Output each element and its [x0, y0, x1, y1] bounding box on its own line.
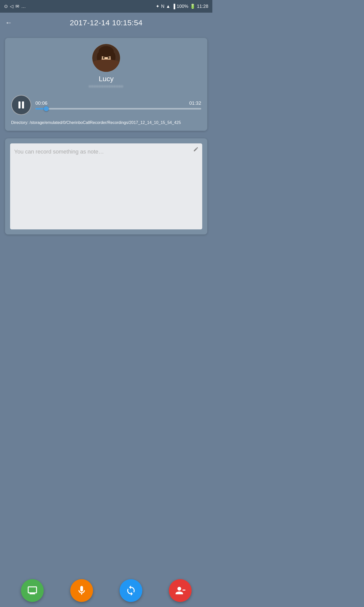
avatar: [92, 44, 120, 72]
bluetooth-icon: ✦: [156, 4, 160, 9]
notification-icon: ◁: [10, 4, 13, 9]
svg-point-6: [103, 57, 105, 59]
player-card: Lucy ************** 00:06 01:32 Di: [5, 38, 207, 131]
svg-rect-1: [103, 64, 109, 69]
total-time: 01:32: [189, 100, 201, 106]
notes-textarea-container[interactable]: You can record something as note…: [10, 143, 202, 229]
current-time: 00:06: [35, 100, 48, 106]
gmail-icon: ✉: [15, 4, 19, 9]
pause-icon: [18, 101, 24, 109]
notes-placeholder: You can record something as note…: [14, 147, 198, 155]
back-button[interactable]: ←: [5, 19, 12, 27]
more-icon: …: [21, 4, 26, 9]
notes-card: You can record something as note…: [5, 138, 207, 234]
time: 11:28: [197, 4, 208, 9]
progress-track[interactable]: [35, 108, 201, 110]
nfc-icon: N: [161, 4, 164, 9]
progress-section: 00:06 01:32: [35, 100, 201, 110]
settings-icon: ⊙: [4, 4, 8, 9]
time-row: 00:06 01:32: [35, 100, 201, 106]
status-icons-left: ⊙ ◁ ✉ …: [4, 4, 26, 9]
signal-icon: ▐: [172, 4, 175, 9]
avatar-image: [92, 44, 120, 72]
wifi-icon: ▲: [166, 4, 170, 9]
battery-icon: 🔋: [190, 4, 195, 9]
pause-bar-right: [22, 101, 24, 109]
avatar-container: [11, 44, 201, 72]
progress-thumb[interactable]: [44, 106, 49, 111]
contact-name: Lucy: [11, 75, 201, 83]
pause-button[interactable]: [11, 95, 31, 115]
battery-percent: 100%: [177, 4, 188, 9]
status-bar: ⊙ ◁ ✉ … ✦ N ▲ ▐ 100% 🔋 11:28: [0, 0, 212, 13]
svg-point-8: [101, 59, 104, 61]
header: ← 2017-12-14 10:15:54: [0, 13, 212, 33]
content-area: Lucy ************** 00:06 01:32 Di: [0, 33, 212, 275]
directory-path: Directory: /storage/emulated/0/CherinboC…: [11, 120, 201, 126]
page-title: 2017-12-14 10:15:54: [70, 18, 143, 27]
pause-bar-left: [18, 101, 20, 109]
status-icons-right: ✦ N ▲ ▐ 100% 🔋 11:28: [156, 4, 208, 9]
svg-point-7: [108, 57, 110, 59]
phone-number: **************: [11, 84, 201, 90]
player-controls: 00:06 01:32: [11, 95, 201, 115]
svg-point-4: [97, 52, 102, 62]
svg-point-9: [108, 59, 112, 61]
svg-point-5: [110, 52, 116, 62]
edit-icon[interactable]: [193, 146, 199, 153]
